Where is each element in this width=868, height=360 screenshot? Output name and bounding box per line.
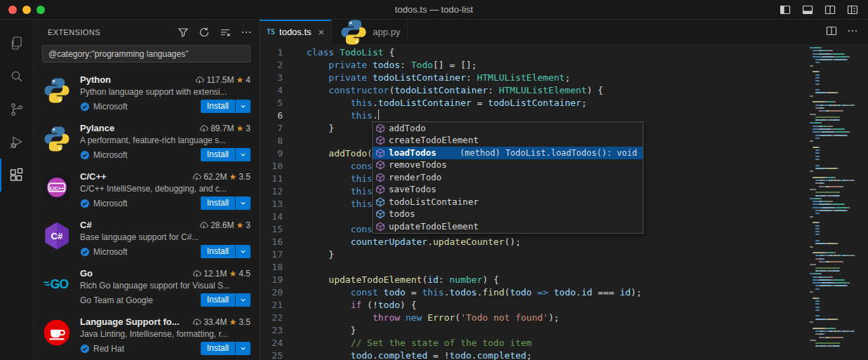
editor-body[interactable]: 1234567891011121314151617181920212223242… <box>260 44 868 360</box>
intellisense-suggest-widget: addTodocreateTodoElementloadTodos(method… <box>372 121 643 234</box>
code-line: counterUpdater.updateCounter(); <box>307 236 868 248</box>
extension-item[interactable]: GOGo12.1M★4.5Rich Go language support fo… <box>34 262 259 310</box>
install-options-button[interactable] <box>235 245 251 258</box>
extension-name: Go <box>80 268 93 279</box>
star-icon: ★ <box>236 220 244 230</box>
suggest-label: renderTodo <box>389 171 441 184</box>
filter-button[interactable] <box>176 25 190 39</box>
code-line: } <box>307 248 868 261</box>
maximize-window-button[interactable] <box>36 6 45 14</box>
extension-item[interactable]: Language Support fo...33.4M★3.5Java Lint… <box>34 310 259 359</box>
star-icon: ★ <box>229 172 237 182</box>
source-control-icon <box>8 101 25 118</box>
line-number: 6 <box>260 109 293 122</box>
refresh-button[interactable] <box>197 25 211 39</box>
star-icon: ★ <box>236 124 244 133</box>
suggest-item-loadTodos[interactable]: loadTodos(method) TodoList.loadTodos(): … <box>373 147 643 159</box>
suggest-item-addTodo[interactable]: addTodo <box>373 122 643 135</box>
suggest-item-saveTodos[interactable]: saveTodos <box>373 184 643 196</box>
extension-item[interactable]: Python117.5M★4Python language support wi… <box>34 68 259 116</box>
extensions-search-input[interactable] <box>42 45 251 62</box>
activity-bar-item-search[interactable] <box>0 60 34 93</box>
install-button[interactable]: Install <box>201 196 235 210</box>
install-options-button[interactable] <box>235 342 251 355</box>
suggest-item-renderTodo[interactable]: renderTodo <box>373 171 643 184</box>
install-button[interactable]: Install <box>201 100 235 113</box>
layout-split-button[interactable] <box>824 4 836 15</box>
line-number: 5 <box>260 97 293 109</box>
chevron-down-icon <box>239 102 247 110</box>
minimize-window-button[interactable] <box>22 6 31 14</box>
code-line: throw new Error('Todo not found'); <box>307 312 868 324</box>
extension-downloads: 12.1M <box>203 269 227 279</box>
svg-text:C#: C# <box>51 231 63 241</box>
install-button[interactable]: Install <box>201 293 235 307</box>
tab-label: todos.ts <box>279 27 312 37</box>
install-button[interactable]: Install <box>201 245 235 258</box>
extension-stats: 33.4M★3.5 <box>188 317 251 327</box>
filter-icon <box>178 27 189 38</box>
extension-item[interactable]: Pylance89.7M★3A performant, feature-rich… <box>34 116 259 165</box>
activity-bar-item-extensions[interactable] <box>0 159 34 192</box>
layout-sidebar-icon <box>780 4 791 15</box>
install-options-button[interactable] <box>235 196 251 210</box>
code-line: const todo = this.todos.find(todo => tod… <box>307 286 868 299</box>
split-editor-button[interactable] <box>826 25 837 39</box>
debug-icon <box>8 134 25 151</box>
install-button[interactable]: Install <box>201 342 235 355</box>
close-tab-icon[interactable]: × <box>319 27 325 37</box>
clear-search-button[interactable] <box>218 25 232 39</box>
extension-description: Base language support for C#... <box>80 232 251 242</box>
install-options-button[interactable] <box>235 148 251 161</box>
verified-badge-icon <box>80 344 90 354</box>
code-line: this.todoListContainer = todoListContain… <box>307 97 868 109</box>
ellipsis-button[interactable] <box>239 25 253 39</box>
extensions-search <box>42 45 251 62</box>
ellipsis-icon <box>241 27 252 38</box>
line-number: 1 <box>260 46 293 59</box>
suggest-item-createTodoElement[interactable]: createTodoElement <box>373 135 643 147</box>
activity-bar-item-source-control[interactable] <box>0 93 34 126</box>
code-line: private todos: Todo[] = []; <box>307 59 868 72</box>
install-options-button[interactable] <box>235 100 251 113</box>
install-options-button[interactable] <box>235 293 251 307</box>
extension-stats: 12.1M★4.5 <box>188 269 251 279</box>
line-number: 14 <box>260 211 293 223</box>
extension-publisher: Microsoft <box>80 102 128 112</box>
line-number: 21 <box>260 299 293 312</box>
suggest-item-updateTodoElement[interactable]: updateTodoElement <box>373 220 643 233</box>
tab-app.py[interactable]: app.py <box>332 20 408 44</box>
line-number: 13 <box>260 198 293 211</box>
layout-panel-button[interactable] <box>802 4 813 15</box>
layout-controls <box>780 4 858 15</box>
layout-grid-button[interactable] <box>847 4 858 15</box>
extension-item[interactable]: C#C#28.6M★3Base language support for C#.… <box>34 213 259 262</box>
method-cube-icon <box>375 173 385 182</box>
suggest-item-removeTodos[interactable]: removeTodos <box>373 159 643 172</box>
csharp-logo-icon: C# <box>42 221 72 251</box>
extension-name: Language Support fo... <box>80 316 180 327</box>
install-button[interactable]: Install <box>201 148 235 161</box>
cloud-download-icon <box>192 317 201 326</box>
extension-item[interactable]: C/C++C/C++62.2M★3.5C/C++ IntelliSense, d… <box>34 165 259 213</box>
layout-grid-icon <box>847 4 858 15</box>
java-logo-icon <box>42 318 72 347</box>
line-number: 9 <box>260 147 293 160</box>
layout-sidebar-button[interactable] <box>780 4 791 15</box>
line-number: 3 <box>260 72 293 84</box>
minimap[interactable] <box>806 44 868 360</box>
extensions-icon <box>8 167 25 184</box>
ellipsis-button[interactable] <box>847 25 858 39</box>
close-window-button[interactable] <box>8 6 17 14</box>
extension-name: Pylance <box>80 123 114 133</box>
suggest-item-todoListContainer[interactable]: todoListContainer <box>373 196 643 208</box>
line-number: 4 <box>260 84 293 97</box>
extension-description: Rich Go language support for Visual S... <box>80 281 251 291</box>
line-number: 18 <box>260 261 293 274</box>
svg-text:C/C++: C/C++ <box>50 186 64 191</box>
tab-todos.ts[interactable]: TStodos.ts× <box>260 20 332 44</box>
activity-bar-item-explorer[interactable] <box>0 27 34 60</box>
activity-bar-item-run-debug[interactable] <box>0 126 34 159</box>
method-cube-icon <box>375 148 385 158</box>
suggest-item-todos[interactable]: todos <box>373 208 643 221</box>
